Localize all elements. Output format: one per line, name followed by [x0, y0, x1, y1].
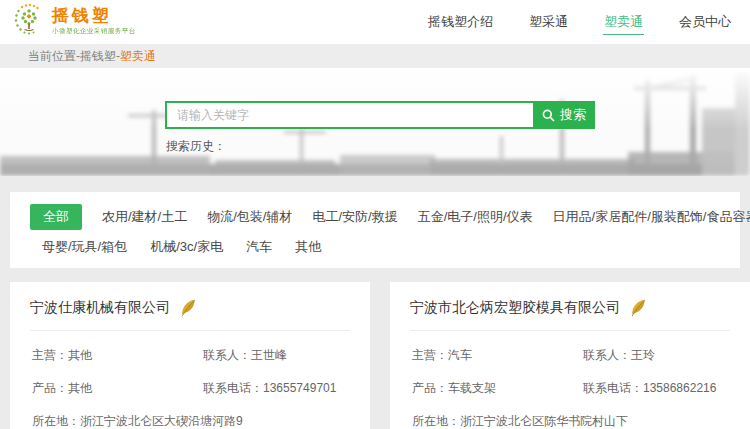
brand-tagline: 小微塑化企业采销服务平台: [52, 26, 136, 35]
nav-item-sumaitong[interactable]: 塑卖通: [603, 10, 644, 35]
gold-leaf-icon: [631, 299, 648, 317]
nav-item-intro[interactable]: 摇钱塑介绍: [427, 10, 494, 34]
category-tab-baby-toys[interactable]: 母婴/玩具/箱包: [42, 238, 127, 256]
listing-card: 宁波市北仑炳宏塑胶模具有限公司 主营：汽车 联系人：王玲 产品：车载支架 联系电…: [390, 282, 750, 429]
main-business-field: 主营：汽车: [412, 347, 583, 364]
contact-person-field: 联系人：王玲: [583, 347, 655, 364]
field-row: 主营：其他 联系人：王世峰: [32, 347, 350, 364]
search-bar: 搜索: [165, 101, 595, 129]
contact-phone-field: 联系电话：13655749701: [203, 380, 336, 397]
search-history-label: 搜索历史：: [166, 138, 226, 155]
category-tab-other[interactable]: 其他: [295, 238, 321, 256]
listing-cards: 宁波仕康机械有限公司 主营：其他 联系人：王世峰 产品：其他 联系电话：1365…: [10, 282, 750, 429]
category-tab-auto[interactable]: 汽车: [246, 238, 272, 256]
brand-name: 摇钱塑: [52, 7, 154, 25]
nav-item-sucaitong[interactable]: 塑采通: [528, 10, 569, 34]
field-row: 产品：车载支架 联系电话：13586862216: [412, 380, 730, 397]
company-name[interactable]: 宁波市北仑炳宏塑胶模具有限公司: [410, 299, 620, 317]
product-field: 产品：其他: [32, 380, 203, 397]
main-business-field: 主营：其他: [32, 347, 203, 364]
header: 摇钱塑 小微塑化企业采销服务平台 摇钱塑介绍 塑采通 塑卖通 会员中心: [0, 0, 750, 44]
category-tab-agriculture[interactable]: 农用/建材/土工: [102, 208, 187, 226]
divider: [30, 330, 350, 331]
category-tab-hardware[interactable]: 五金/电子/照明/仪表: [418, 208, 533, 226]
category-tab-logistics[interactable]: 物流/包装/辅材: [207, 208, 292, 226]
nav-item-member-center[interactable]: 会员中心: [678, 10, 732, 34]
category-tab-household[interactable]: 日用品/家居配件/服装配饰/食品容器: [553, 208, 750, 226]
address-field: 所在地：浙江宁波北仑区陈华书院村山下: [412, 413, 628, 429]
main-nav: 摇钱塑介绍 塑采通 塑卖通 会员中心: [427, 10, 732, 35]
product-field: 产品：车载支架: [412, 380, 583, 397]
gold-leaf-icon: [181, 299, 198, 317]
breadcrumb: 当前位置 - 摇钱塑 - 塑卖通: [0, 44, 750, 68]
divider: [410, 330, 730, 331]
field-row: 所在地：浙江宁波北仑区大碶沿塘河路9: [32, 413, 350, 429]
search-input[interactable]: [165, 101, 533, 129]
breadcrumb-current[interactable]: 塑卖通: [120, 48, 156, 65]
category-filter-panel: 全部 农用/建材/土工 物流/包装/辅材 电工/安防/救援 五金/电子/照明/仪…: [10, 192, 740, 268]
search-button[interactable]: 搜索: [533, 101, 595, 129]
category-row-2: 母婴/玩具/箱包 机械/3c/家电 汽车 其他: [30, 234, 740, 259]
address-field: 所在地：浙江宁波北仑区大碶沿塘河路9: [32, 413, 243, 429]
breadcrumb-prefix: 当前位置: [28, 48, 76, 65]
listing-card: 宁波仕康机械有限公司 主营：其他 联系人：王世峰 产品：其他 联系电话：1365…: [10, 282, 370, 429]
breadcrumb-home[interactable]: 摇钱塑: [80, 48, 116, 65]
category-tab-machinery[interactable]: 机械/3c/家电: [150, 238, 223, 256]
field-row: 主营：汽车 联系人：王玲: [412, 347, 730, 364]
company-name[interactable]: 宁波仕康机械有限公司: [30, 299, 170, 317]
category-tab-all[interactable]: 全部: [30, 204, 82, 230]
contact-person-field: 联系人：王世峰: [203, 347, 287, 364]
tree-logo-icon: [12, 2, 46, 42]
field-row: 产品：其他 联系电话：13655749701: [32, 380, 350, 397]
category-tab-electrical[interactable]: 电工/安防/救援: [312, 208, 397, 226]
contact-phone-field: 联系电话：13586862216: [583, 380, 716, 397]
category-row-1: 全部 农用/建材/土工 物流/包装/辅材 电工/安防/救援 五金/电子/照明/仪…: [30, 204, 740, 229]
field-row: 所在地：浙江宁波北仑区陈华书院村山下: [412, 413, 730, 429]
hero-banner: 搜索 搜索历史：: [0, 68, 750, 176]
search-button-label: 搜索: [560, 106, 586, 124]
search-icon: [542, 109, 555, 122]
brand-logo[interactable]: 摇钱塑 小微塑化企业采销服务平台: [12, 2, 154, 42]
